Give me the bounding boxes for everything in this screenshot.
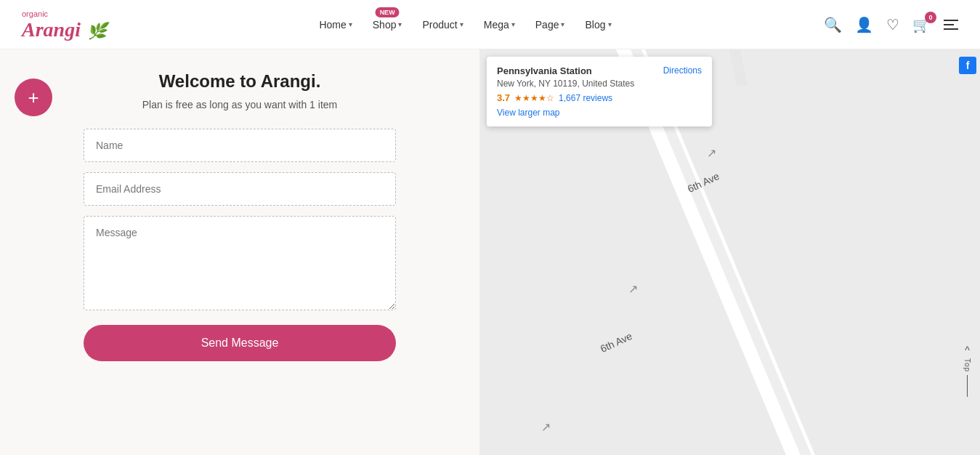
- new-badge: NEW: [376, 7, 400, 17]
- chevron-down-icon: ▾: [511, 20, 515, 28]
- nav-product[interactable]: Product ▾: [422, 19, 463, 31]
- page-content: + Welcome to Arangi. Plan is free as lon…: [0, 49, 980, 455]
- scroll-to-top-button[interactable]: ^ Top: [963, 345, 971, 397]
- chevron-down-icon: ▾: [398, 20, 402, 28]
- form-title: Welcome to Arangi.: [159, 71, 321, 92]
- message-input[interactable]: [84, 216, 396, 310]
- form-subtitle: Plan is free as long as you want with 1 …: [142, 99, 337, 110]
- chevron-down-icon: ▾: [561, 20, 564, 28]
- cart-icon[interactable]: 🛒 0: [912, 16, 931, 33]
- map-panel: 6th Ave 6th Ave ↗ ↗ ↗ f Pennsylvania Sta…: [479, 49, 980, 455]
- menu-icon[interactable]: [944, 20, 958, 30]
- email-input[interactable]: [84, 172, 396, 206]
- popup-rating-row: 3.7 ★★★★☆ 1,667 reviews: [497, 92, 702, 103]
- nav-blog[interactable]: Blog ▾: [585, 19, 611, 31]
- popup-reviews-link[interactable]: 1,667 reviews: [559, 93, 612, 103]
- logo-organic-text: organic: [22, 9, 107, 18]
- name-input[interactable]: [84, 129, 396, 162]
- send-message-button[interactable]: Send Message: [84, 325, 396, 361]
- wishlist-icon[interactable]: ♡: [886, 16, 899, 33]
- popup-view-larger-map-link[interactable]: View larger map: [497, 108, 559, 118]
- map-popup: Pennsylvania Station New York, NY 10119,…: [487, 57, 712, 126]
- chevron-down-icon: ▾: [608, 20, 612, 28]
- plus-button[interactable]: +: [15, 78, 52, 116]
- facebook-icon: f: [959, 57, 976, 74]
- nav-home[interactable]: Home ▾: [319, 19, 352, 31]
- nav-mega[interactable]: Mega ▾: [484, 19, 515, 31]
- popup-title: Pennsylvania Station: [497, 65, 634, 76]
- nav-page[interactable]: Page ▾: [535, 19, 565, 31]
- popup-directions-link[interactable]: Directions: [663, 65, 702, 76]
- main-nav: Home ▾ NEW Shop ▾ Product ▾ Mega ▾ Page …: [319, 19, 611, 31]
- chevron-down-icon: ▾: [349, 20, 352, 28]
- top-line-divider: [967, 375, 968, 397]
- user-icon[interactable]: 👤: [855, 16, 873, 33]
- contact-form-panel: + Welcome to Arangi. Plan is free as lon…: [0, 49, 479, 455]
- popup-address: New York, NY 10119, United States: [497, 78, 634, 89]
- popup-stars-icon: ★★★★☆: [514, 93, 554, 103]
- top-label: Top: [963, 358, 971, 372]
- header-icons: 🔍 👤 ♡ 🛒 0: [824, 16, 958, 33]
- logo[interactable]: organic Arangi 🌿: [22, 9, 107, 40]
- popup-rating-number: 3.7: [497, 92, 510, 103]
- chevron-up-icon: ^: [965, 345, 970, 356]
- logo-brand-text: Arangi 🌿: [22, 18, 107, 41]
- logo-leaf-icon: 🌿: [87, 22, 107, 40]
- header: organic Arangi 🌿 Home ▾ NEW Shop ▾ Produ…: [0, 0, 980, 49]
- cart-count: 0: [925, 12, 936, 23]
- chevron-down-icon: ▾: [460, 20, 463, 28]
- map-container: 6th Ave 6th Ave ↗ ↗ ↗ f Pennsylvania Sta…: [479, 49, 980, 455]
- search-icon[interactable]: 🔍: [824, 16, 842, 33]
- nav-shop[interactable]: NEW Shop ▾: [373, 19, 402, 31]
